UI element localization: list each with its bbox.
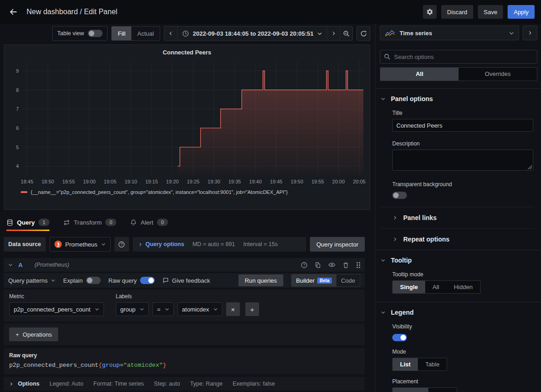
- explain-toggle[interactable]: [86, 277, 101, 284]
- query-help-icon[interactable]: ?: [301, 262, 308, 268]
- code-option[interactable]: Code: [336, 274, 360, 286]
- transparent-background-toggle[interactable]: [392, 192, 407, 199]
- time-shift-back-button[interactable]: [164, 27, 177, 40]
- chevron-right-icon: [393, 237, 397, 242]
- tab-transform[interactable]: Transform 0: [63, 219, 116, 231]
- resize-handle-icon[interactable]: [528, 165, 532, 169]
- back-button[interactable]: [6, 5, 20, 19]
- options-search: [380, 50, 537, 64]
- legend-header[interactable]: Legend: [381, 309, 535, 316]
- query-options-toggle[interactable]: Query options: [138, 241, 184, 247]
- tooltip-mode-single[interactable]: Single: [393, 281, 425, 293]
- svg-text:9: 9: [16, 68, 18, 74]
- svg-text:?: ?: [303, 263, 305, 267]
- tooltip-header[interactable]: Tooltip: [381, 257, 535, 264]
- fill-actual-segment: Fill Actual: [111, 26, 160, 41]
- legend-placement-right[interactable]: Right: [428, 388, 457, 392]
- repeat-options-row[interactable]: Repeat options: [381, 228, 535, 250]
- tab-query-label: Query: [17, 219, 35, 226]
- toggle-viz-picker-button[interactable]: [523, 26, 537, 40]
- duplicate-icon[interactable]: [314, 262, 321, 268]
- run-queries-button[interactable]: Run queries: [238, 274, 283, 286]
- settings-button[interactable]: [423, 5, 437, 19]
- bell-icon: [130, 219, 137, 226]
- actual-option[interactable]: Actual: [131, 27, 160, 40]
- table-view-group: Table view: [52, 26, 108, 41]
- give-feedback-link[interactable]: Give feedback: [162, 277, 210, 284]
- svg-text:?: ?: [120, 242, 123, 247]
- metric-field: Metric p2p_connected_peers_count: [9, 293, 104, 316]
- label-key-select[interactable]: group: [116, 302, 149, 316]
- discard-button[interactable]: Discard: [441, 5, 473, 19]
- time-range-text: 2022-09-03 18:44:05 to 2022-09-03 20:05:…: [193, 30, 314, 37]
- filter-overrides[interactable]: Overrides: [459, 68, 537, 81]
- help-circle-icon: ?: [118, 241, 125, 248]
- panel-title-input[interactable]: [392, 119, 533, 132]
- svg-text:19:40: 19:40: [249, 179, 262, 184]
- builder-option[interactable]: BuilderBeta: [292, 274, 336, 286]
- query-row-header[interactable]: A (Prometheus) ?: [4, 258, 365, 272]
- legend-mode-segment: List Table: [392, 358, 447, 371]
- operations-block: + Operations: [4, 323, 365, 345]
- timeseries-chart[interactable]: 18:4518:5018:5519:0019:0519:1019:1519:20…: [7, 57, 367, 188]
- panel-description-textarea[interactable]: [392, 150, 533, 171]
- eye-icon[interactable]: [328, 261, 335, 268]
- query-inspector-button[interactable]: Query inspector: [310, 237, 365, 252]
- tab-query[interactable]: Query 1: [6, 219, 49, 231]
- chevron-down-icon: [101, 242, 106, 247]
- label-operator-select[interactable]: =: [152, 302, 174, 316]
- search-options-input[interactable]: [380, 50, 537, 64]
- zoom-out-button[interactable]: [340, 27, 352, 40]
- type-summary: Type: Range: [190, 381, 222, 387]
- legend-visibility-label: Visibility: [392, 323, 535, 330]
- metric-select[interactable]: p2p_connected_peers_count: [9, 302, 104, 316]
- search-icon: [384, 54, 390, 60]
- label-value-select[interactable]: atomicdex: [178, 302, 222, 316]
- visualization-name: Time series: [400, 30, 432, 37]
- chevron-right-icon: [393, 215, 397, 220]
- chevron-down-icon: [381, 258, 385, 263]
- save-button[interactable]: Save: [478, 5, 503, 19]
- add-operation-button[interactable]: + Operations: [9, 328, 58, 341]
- interval-info: Interval = 15s: [243, 241, 278, 247]
- panel-options-header[interactable]: Panel options: [381, 95, 535, 102]
- datasource-help-button[interactable]: ?: [114, 237, 129, 252]
- svg-text:19:00: 19:00: [83, 179, 96, 184]
- table-view-toggle[interactable]: [88, 30, 103, 37]
- options-sidebar: Time series All Overrides Panel options …: [375, 24, 541, 392]
- filter-all[interactable]: All: [380, 68, 459, 81]
- labels-field: Labels group = atomicdex × +: [116, 293, 259, 316]
- legend-placement-bottom[interactable]: Bottom: [393, 388, 428, 392]
- visualization-picker[interactable]: Time series: [380, 26, 519, 40]
- trash-icon[interactable]: [342, 262, 349, 268]
- remove-label-button[interactable]: ×: [226, 302, 240, 316]
- tab-alert[interactable]: Alert 0: [130, 219, 168, 231]
- add-label-button[interactable]: +: [245, 302, 259, 316]
- drag-handle-icon[interactable]: [356, 262, 360, 268]
- tooltip-mode-hidden[interactable]: Hidden: [446, 281, 480, 293]
- query-patterns-dropdown[interactable]: Query patterns: [8, 277, 55, 284]
- panel-links-row[interactable]: Panel links: [381, 207, 535, 228]
- legend-placement-label: Placement: [392, 378, 535, 385]
- time-range-button[interactable]: 2022-09-03 18:44:05 to 2022-09-03 20:05:…: [177, 27, 327, 40]
- legend-visibility-toggle[interactable]: [392, 334, 407, 341]
- legend-summary: Legend: Auto: [49, 381, 83, 387]
- datasource-picker[interactable]: Prometheus: [49, 237, 111, 252]
- apply-button[interactable]: Apply: [508, 5, 535, 19]
- options-toggle[interactable]: Options: [9, 381, 39, 387]
- time-shift-forward-button[interactable]: [327, 27, 340, 40]
- collapse-chevron-icon[interactable]: [8, 263, 13, 267]
- raw-query-toggle[interactable]: [140, 277, 155, 284]
- time-picker: 2022-09-03 18:44:05 to 2022-09-03 20:05:…: [164, 26, 353, 41]
- tooltip-mode-all[interactable]: All: [425, 281, 446, 293]
- refresh-button[interactable]: [357, 26, 370, 41]
- legend-mode-table[interactable]: Table: [418, 358, 447, 371]
- svg-text:19:25: 19:25: [187, 179, 200, 184]
- fill-option[interactable]: Fill: [112, 27, 131, 40]
- page-title: New dashboard / Edit Panel: [27, 8, 117, 16]
- legend-mode-list[interactable]: List: [393, 358, 418, 371]
- raw-query-control: Raw query: [108, 277, 155, 284]
- panel-options-section: Panel options Title Description Transpar…: [375, 89, 541, 250]
- chevron-right-icon: [331, 31, 336, 36]
- series-label[interactable]: {__name__="p2p_connected_peers_count", g…: [31, 189, 287, 195]
